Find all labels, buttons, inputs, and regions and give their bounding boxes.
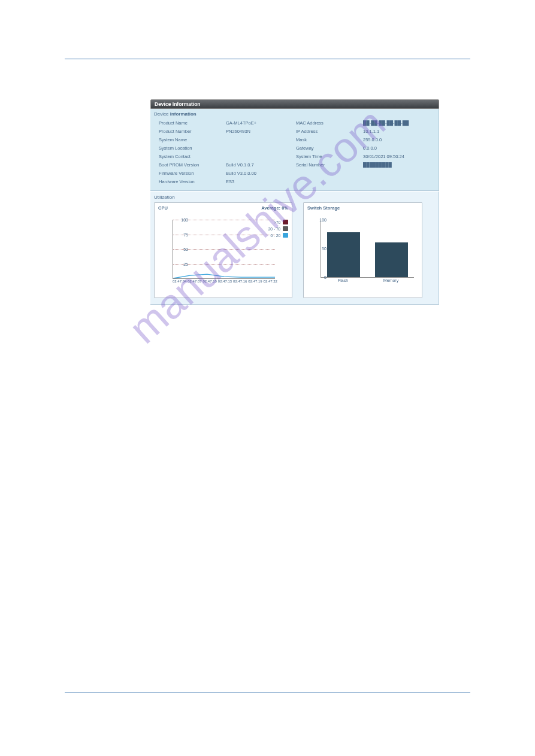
bottom-divider xyxy=(65,693,470,693)
info-label: Hardware Version xyxy=(159,179,226,184)
cpu-gridline xyxy=(173,235,275,235)
panel-title-bar: Device Information xyxy=(150,99,439,109)
utilization-heading: Utilization xyxy=(154,193,434,202)
legend-swatch xyxy=(283,233,288,238)
info-value: Build V3.0.0.00 xyxy=(226,171,296,176)
info-value: █████████ xyxy=(363,162,433,168)
info-value xyxy=(226,145,296,151)
info-value xyxy=(226,154,296,159)
info-value: ES3 xyxy=(226,179,296,184)
device-panel: Device Information Device Information Pr… xyxy=(150,99,439,305)
cpu-x-tick: 02:47:10 xyxy=(203,280,217,283)
info-value: 30/01/2021 09:50:24 xyxy=(363,154,433,159)
legend-swatch xyxy=(283,220,288,224)
cpu-x-tick: 02:47:22 xyxy=(264,280,277,283)
info-label: Product Name xyxy=(159,120,226,126)
cpu-legend: >7020 - 700 - 20 xyxy=(268,220,288,239)
info-label: Boot PROM Version xyxy=(159,162,226,168)
storage-plot-area xyxy=(321,220,414,278)
cpu-x-tick: 02:47:04 xyxy=(173,280,186,283)
info-label: Firmware Version xyxy=(159,171,226,176)
storage-bar xyxy=(375,242,408,277)
cpu-y-tick: 50 xyxy=(183,247,188,251)
legend-swatch xyxy=(283,226,288,231)
storage-x-label: Flash xyxy=(338,278,348,283)
info-label: Mask xyxy=(296,137,363,142)
cpu-x-tick: 02:47:19 xyxy=(248,280,262,283)
cpu-gridline xyxy=(173,264,275,265)
cpu-x-tick: 02:47:16 xyxy=(233,280,247,283)
info-value xyxy=(363,171,433,176)
info-label: System Time xyxy=(296,154,363,159)
cpu-x-ticks: 02:47:0402:47:0702:47:1002:47:1302:47:16… xyxy=(173,280,277,283)
storage-y-tick: 50 xyxy=(322,247,327,251)
cpu-chart-title: CPU xyxy=(158,205,168,211)
info-label: Serial Number xyxy=(296,162,363,168)
info-label: MAC Address xyxy=(296,120,363,126)
device-info-section: Device Information Product NameGA-ML4TPo… xyxy=(150,109,439,191)
info-value: 0.0.0.0 xyxy=(363,145,433,151)
info-value: PN260493N xyxy=(226,129,296,134)
cpu-gridline xyxy=(173,249,275,250)
info-value: Build V0.1.0.7 xyxy=(226,162,296,168)
cpu-gridline xyxy=(173,220,275,220)
cpu-y-tick: 75 xyxy=(183,232,188,236)
info-value: 255.0.0.0 xyxy=(363,137,433,142)
info-value: ██-██-██-██-██-██ xyxy=(363,120,433,126)
info-label: Gateway xyxy=(296,145,363,151)
info-label: System Name xyxy=(159,137,226,142)
cpu-x-tick: 02:47:13 xyxy=(218,280,232,283)
legend-label: 20 - 70 xyxy=(268,227,280,231)
cpu-y-tick: 100 xyxy=(181,218,188,222)
info-label: Product Number xyxy=(159,129,226,134)
info-heading: Device Information xyxy=(150,109,439,120)
info-label xyxy=(296,179,363,184)
info-label: System Contact xyxy=(159,154,226,159)
info-value: 10.1.1.1 xyxy=(363,129,433,134)
info-label: System Location xyxy=(159,145,226,151)
storage-chart-title: Switch Storage xyxy=(307,205,340,211)
cpu-chart: CPU Average: 0% 02:47:0402:47:0702:47:10… xyxy=(154,202,292,298)
utilization-section: Utilization CPU Average: 0% xyxy=(150,192,439,305)
legend-item: >70 xyxy=(268,220,288,224)
info-heading-bold: Information xyxy=(170,111,197,117)
storage-chart: Switch Storage FlashMemory 050100 xyxy=(303,202,422,298)
info-value xyxy=(226,137,296,142)
info-heading-normal: Device xyxy=(154,111,168,117)
info-label: IP Address xyxy=(296,129,363,134)
top-divider xyxy=(65,59,470,59)
cpu-x-tick: 02:47:07 xyxy=(188,280,201,283)
legend-item: 0 - 20 xyxy=(268,233,288,238)
legend-item: 20 - 70 xyxy=(268,226,288,231)
storage-y-tick: 0 xyxy=(324,275,327,280)
info-value: GA-ML4TPoE+ xyxy=(226,120,296,126)
legend-label: >70 xyxy=(274,220,280,224)
info-grid: Product NameGA-ML4TPoE+MAC Address██-██-… xyxy=(150,120,439,187)
cpu-average: Average: 0% xyxy=(261,205,288,211)
storage-x-label: Memory xyxy=(383,278,398,283)
legend-label: 0 - 20 xyxy=(270,233,280,238)
info-label xyxy=(296,171,363,176)
storage-y-tick: 100 xyxy=(319,218,327,222)
storage-bar xyxy=(327,232,360,277)
info-value xyxy=(363,179,433,184)
cpu-y-tick: 25 xyxy=(183,262,188,266)
